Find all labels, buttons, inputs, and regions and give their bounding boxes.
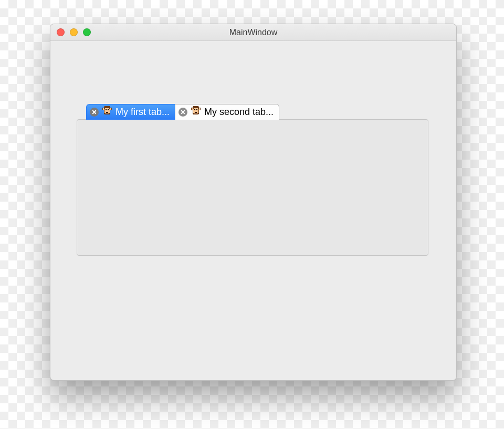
zoom-window-button[interactable] bbox=[83, 28, 91, 36]
svg-rect-19 bbox=[192, 108, 193, 110]
close-tab-icon[interactable] bbox=[90, 108, 99, 117]
monkey-icon bbox=[191, 106, 201, 119]
tab-widget: My first tab... bbox=[77, 104, 428, 256]
tab-content-pane bbox=[77, 119, 428, 256]
close-window-button[interactable] bbox=[57, 28, 65, 36]
svg-rect-11 bbox=[106, 109, 107, 110]
svg-rect-7 bbox=[104, 106, 110, 107]
tab-first[interactable]: My first tab... bbox=[86, 104, 175, 120]
minimize-window-button[interactable] bbox=[70, 28, 78, 36]
svg-rect-12 bbox=[108, 109, 109, 110]
svg-rect-8 bbox=[104, 114, 110, 114]
svg-rect-26 bbox=[194, 109, 195, 110]
tab-label: My second tab... bbox=[204, 107, 274, 118]
monkey-icon bbox=[102, 106, 112, 119]
svg-rect-28 bbox=[195, 112, 197, 113]
tab-label: My first tab... bbox=[116, 107, 170, 118]
window-title: MainWindow bbox=[50, 28, 456, 37]
svg-rect-22 bbox=[193, 106, 198, 107]
svg-rect-29 bbox=[195, 111, 196, 111]
titlebar[interactable]: MainWindow bbox=[50, 24, 456, 41]
svg-rect-23 bbox=[193, 114, 198, 114]
svg-rect-27 bbox=[196, 109, 197, 110]
window-content: My first tab... bbox=[50, 41, 456, 256]
window-controls bbox=[50, 28, 91, 36]
close-tab-icon[interactable] bbox=[178, 108, 187, 117]
svg-rect-20 bbox=[199, 108, 200, 110]
svg-rect-14 bbox=[107, 111, 108, 111]
svg-rect-5 bbox=[110, 108, 111, 110]
svg-rect-13 bbox=[106, 112, 108, 113]
tab-second[interactable]: My second tab... bbox=[175, 104, 279, 120]
svg-rect-4 bbox=[103, 108, 104, 110]
tab-bar: My first tab... bbox=[86, 104, 428, 120]
main-window: MainWindow bbox=[50, 24, 457, 381]
